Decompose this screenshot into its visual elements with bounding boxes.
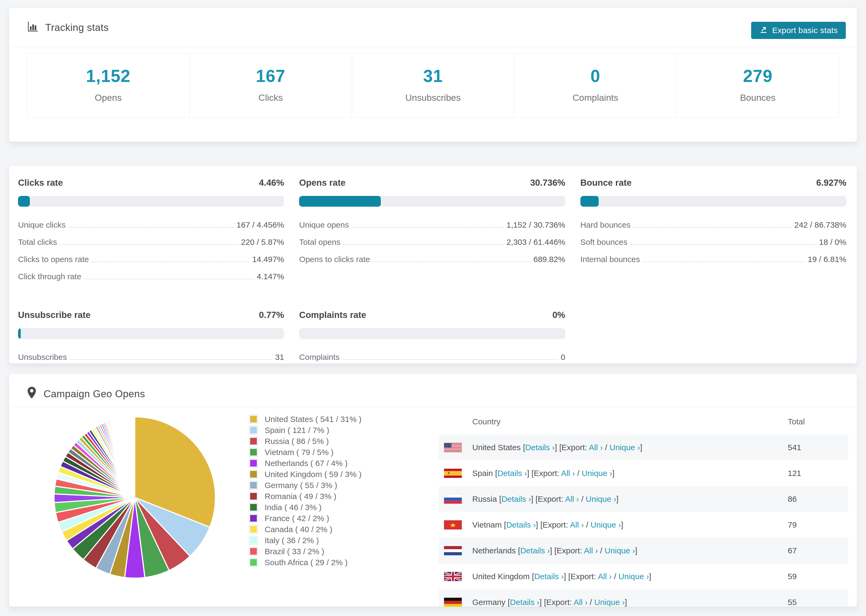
table-row-es: Spain [Details ›] [Export: All › / Uniqu…: [439, 460, 848, 486]
export-unique-link[interactable]: Unique ›: [594, 598, 625, 607]
stat-label: Unsubscribes: [352, 93, 514, 103]
legend-item: United States ( 541 / 31% ): [249, 413, 361, 425]
dotted-leader: [351, 227, 504, 228]
legend-item: Brazil ( 33 / 2% ): [249, 546, 361, 557]
dotted-leader: [343, 244, 504, 245]
dotted-leader: [373, 261, 531, 262]
legend-label: Vietnam ( 79 / 5% ): [265, 448, 334, 457]
header-divider: [9, 47, 857, 48]
export-label: [Export:: [533, 495, 565, 503]
export-all-link[interactable]: All ›: [589, 443, 603, 452]
legend-item: France ( 42 / 2% ): [249, 513, 361, 524]
details-link[interactable]: Details ›: [497, 469, 527, 478]
country-cell: Vietnam [Details ›] [Export: All › / Uni…: [439, 520, 788, 530]
export-basic-stats-button[interactable]: Export basic stats: [751, 22, 846, 39]
rate-value: 6.927%: [816, 178, 846, 188]
pie-legend: United States ( 541 / 31% )Spain ( 121 /…: [249, 413, 361, 568]
country-links: Germany [Details ›] [Export: All › / Uni…: [472, 598, 627, 607]
rate-stat-label: Opens to clicks rate: [299, 255, 370, 264]
legend-label: India ( 46 / 3% ): [265, 503, 322, 512]
flag-icon-gb: [444, 572, 462, 581]
flag-icon-es: [444, 469, 462, 478]
export-unique-link[interactable]: Unique ›: [586, 495, 616, 503]
rate-stat-value: 31: [275, 353, 284, 362]
export-all-link[interactable]: All ›: [574, 598, 587, 607]
stat-value: 167: [190, 66, 352, 86]
rate-stat-value: 4.147%: [257, 272, 284, 281]
export-all-link[interactable]: All ›: [561, 469, 575, 478]
bracket: ]: [531, 495, 533, 503]
details-link[interactable]: Details ›: [506, 520, 536, 529]
country-name: Germany: [472, 598, 505, 607]
country-cell: United Kingdom [Details ›] [Export: All …: [439, 572, 788, 581]
slash: /: [575, 469, 582, 478]
rate-title: Unsubscribe rate: [18, 310, 91, 320]
dotted-leader: [633, 227, 792, 228]
rate-block-header: Complaints rate0%: [299, 310, 565, 320]
export-all-link[interactable]: All ›: [565, 495, 579, 503]
export-all-link[interactable]: All ›: [584, 546, 598, 555]
rate-stat-row: Total opens2,303 / 61.446%: [299, 234, 565, 251]
legend-item: Vietnam ( 79 / 5% ): [249, 447, 361, 458]
dotted-leader: [60, 244, 238, 245]
rate-stat-label: Internal bounces: [580, 255, 640, 264]
country-cell: Netherlands [Details ›] [Export: All › /…: [439, 546, 788, 555]
export-unique-link[interactable]: Unique ›: [619, 572, 649, 581]
details-link[interactable]: Details ›: [525, 443, 555, 452]
progress-bar: [18, 328, 284, 339]
stat-card-unsubscribes: 31Unsubscribes: [352, 53, 514, 118]
rate-value: 0.77%: [259, 310, 284, 320]
legend-label: France ( 42 / 2% ): [265, 514, 329, 523]
rate-block-header: Unsubscribe rate0.77%: [18, 310, 284, 320]
country-links: Netherlands [Details ›] [Export: All › /…: [472, 546, 638, 555]
progress-bar: [299, 196, 565, 207]
details-link[interactable]: Details ›: [520, 546, 550, 555]
details-link[interactable]: Details ›: [510, 598, 540, 607]
details-link[interactable]: Details ›: [534, 572, 564, 581]
rate-title: Bounce rate: [580, 178, 632, 188]
export-label: [Export:: [542, 598, 573, 607]
details-link[interactable]: Details ›: [501, 495, 531, 503]
flag-icon-vn: [444, 520, 462, 530]
export-label: [Export:: [529, 469, 561, 478]
rate-stat-row: Soft bounces18 / 0%: [580, 234, 846, 251]
legend-label: Italy ( 36 / 2% ): [265, 536, 319, 545]
progress-bar: [580, 196, 846, 207]
bracket: ]: [550, 546, 552, 555]
export-unique-link[interactable]: Unique ›: [609, 443, 640, 452]
rate-stat-row: Click through rate4.147%: [18, 268, 284, 285]
legend-swatch: [249, 492, 258, 501]
export-unique-link[interactable]: Unique ›: [605, 546, 635, 555]
country-name: Vietnam: [472, 520, 502, 529]
slash: /: [603, 443, 609, 452]
legend-swatch: [249, 514, 258, 523]
map-pin-icon: [27, 387, 36, 401]
export-unique-link[interactable]: Unique ›: [590, 520, 621, 529]
flag-icon-nl: [444, 546, 462, 555]
slash: /: [587, 598, 594, 607]
export-all-link[interactable]: All ›: [598, 572, 612, 581]
rate-stat-label: Complaints: [299, 353, 339, 362]
legend-item: India ( 46 / 3% ): [249, 502, 361, 513]
country-cell: Russia [Details ›] [Export: All › / Uniq…: [439, 495, 788, 504]
total-cell: 86: [788, 495, 848, 504]
stat-card-bounces: 279Bounces: [676, 53, 839, 118]
legend-label: Canada ( 40 / 2% ): [265, 525, 332, 534]
country-links: United Kingdom [Details ›] [Export: All …: [472, 572, 651, 581]
rate-stat-value: 167 / 4.456%: [237, 220, 284, 229]
export-unique-link[interactable]: Unique ›: [582, 469, 612, 478]
total-cell: 67: [788, 546, 848, 555]
rate-block-header: Bounce rate6.927%: [580, 178, 846, 188]
dotted-leader: [642, 261, 805, 262]
geo-header: Campaign Geo Opens: [27, 387, 145, 401]
rate-stat-row: Opens to clicks rate689.82%: [299, 251, 565, 268]
export-all-link[interactable]: All ›: [570, 520, 584, 529]
total-cell: 55: [788, 598, 848, 607]
progress-fill: [580, 196, 599, 207]
country-links: United States [Details ›] [Export: All ›…: [472, 443, 642, 452]
rate-stat-row: Unsubscribes31: [18, 349, 284, 366]
table-row-us: United States [Details ›] [Export: All ›…: [439, 435, 848, 460]
stat-label: Bounces: [677, 93, 839, 103]
legend-item: Italy ( 36 / 2% ): [249, 535, 361, 546]
country-links: Russia [Details ›] [Export: All › / Uniq…: [472, 495, 619, 504]
